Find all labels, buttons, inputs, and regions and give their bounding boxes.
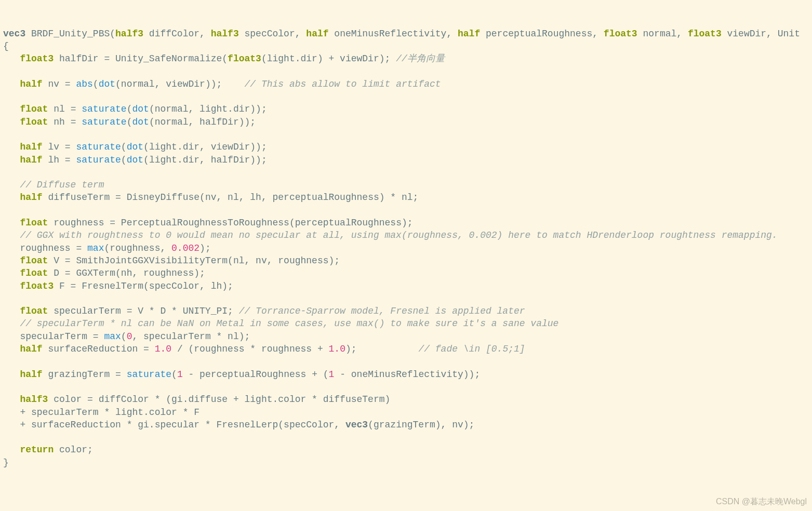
code-line <box>3 344 20 354</box>
code-line <box>3 369 20 380</box>
code-line: + specularTerm * light.color * F <box>3 407 199 418</box>
code-block: vec3 BRDF_Unity_PBS(half3 diffColor, hal… <box>3 28 812 469</box>
code-line <box>3 104 20 114</box>
code-line: roughness = <box>3 243 87 253</box>
watermark-text: CSDN @暮志未晚Webgl <box>716 495 807 508</box>
code-line <box>3 318 20 329</box>
code-line <box>3 79 20 89</box>
code-line <box>3 230 20 240</box>
code-line: specularTerm = <box>3 331 104 342</box>
code-line <box>3 445 20 455</box>
code-line: } <box>3 458 9 468</box>
code-line <box>3 142 20 152</box>
code-line <box>3 394 20 405</box>
code-line <box>3 53 20 64</box>
code-line <box>3 218 20 228</box>
code-line <box>3 281 20 291</box>
code-line: + surfaceReduction * gi.specular * Fresn… <box>3 420 345 430</box>
code-line: { <box>3 41 9 51</box>
code-line <box>3 155 20 165</box>
code-line: vec3 <box>3 29 25 39</box>
code-line <box>3 192 20 203</box>
code-line <box>3 117 20 127</box>
code-line <box>3 256 20 266</box>
code-line <box>3 306 20 316</box>
code-line <box>3 268 20 278</box>
code-line <box>3 180 20 190</box>
